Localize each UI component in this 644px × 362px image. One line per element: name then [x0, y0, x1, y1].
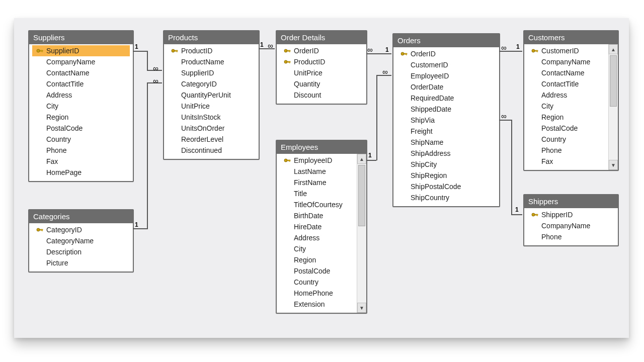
column-row[interactable]: ContactTitle [32, 78, 130, 89]
scroll-thumb[interactable] [358, 165, 365, 226]
column-row[interactable]: City [280, 243, 354, 254]
table-orders[interactable]: Orders OrderIDCustomerIDEmployeeIDOrderD… [392, 33, 500, 207]
column-row[interactable]: Quantity [280, 78, 363, 89]
column-row[interactable]: SupplierID [167, 67, 256, 78]
column-row[interactable]: ShipPostalCode [396, 181, 496, 192]
column-row[interactable]: CategoryID [32, 224, 130, 235]
scroll-up-icon[interactable]: ▲ [357, 154, 366, 164]
column-row[interactable]: Extension [280, 299, 354, 310]
column-row[interactable]: UnitsOnOrder [167, 123, 256, 134]
table-title[interactable]: Shippers [524, 195, 618, 208]
column-row[interactable]: BirthDate [280, 210, 354, 221]
column-row[interactable]: PostalCode [280, 265, 354, 277]
scrollbar[interactable]: ▲ ▼ [357, 154, 366, 313]
column-row[interactable]: RequiredDate [396, 93, 496, 104]
column-row[interactable]: City [527, 101, 605, 112]
column-row[interactable]: ShippedDate [396, 104, 496, 115]
column-row[interactable]: ShipCountry [396, 192, 496, 203]
table-order-details[interactable]: Order Details OrderIDProductIDUnitPriceQ… [276, 30, 367, 105]
column-row[interactable]: OrderDate [396, 81, 496, 93]
column-row[interactable]: ProductID [167, 45, 256, 56]
column-row[interactable]: ProductName [167, 56, 256, 67]
column-row[interactable]: CustomerID [527, 45, 605, 56]
column-row[interactable]: TitleOfCourtesy [280, 199, 354, 210]
table-suppliers[interactable]: Suppliers SupplierIDCompanyNameContactNa… [28, 30, 134, 182]
column-row[interactable]: ShipVia [396, 115, 496, 126]
column-row[interactable]: UnitsInStock [167, 112, 256, 123]
column-row[interactable]: CompanyName [527, 56, 605, 67]
column-row[interactable]: Country [527, 134, 605, 145]
column-row[interactable]: Address [527, 89, 605, 101]
column-row[interactable]: City [32, 101, 130, 112]
column-row[interactable]: FirstName [280, 177, 354, 188]
column-row[interactable]: Address [280, 232, 354, 243]
column-name: ProductID [294, 58, 325, 66]
column-row[interactable]: ShipCity [396, 159, 496, 170]
column-row[interactable]: Region [280, 254, 354, 265]
table-title[interactable]: Categories [29, 210, 133, 223]
column-row[interactable]: ShipName [396, 137, 496, 148]
column-row[interactable]: OrderID [396, 48, 496, 59]
table-products[interactable]: Products ProductIDProductNameSupplierIDC… [163, 30, 260, 160]
column-row[interactable]: Picture [32, 257, 130, 268]
column-row[interactable]: EmployeeID [396, 70, 496, 81]
column-row[interactable]: ShipRegion [396, 170, 496, 181]
column-name: ShipCity [411, 160, 437, 168]
diagram-surface[interactable]: Suppliers SupplierIDCompanyNameContactNa… [14, 18, 629, 338]
table-title[interactable]: Employees [277, 141, 366, 154]
column-row[interactable]: ContactName [527, 67, 605, 78]
column-row[interactable]: CustomerID [396, 59, 496, 70]
column-row[interactable]: HomePage [32, 167, 130, 178]
table-categories[interactable]: Categories CategoryIDCategoryNameDescrip… [28, 209, 134, 273]
column-row[interactable]: Discount [280, 89, 363, 101]
column-row[interactable]: Region [527, 112, 605, 123]
table-title[interactable]: Order Details [277, 31, 366, 44]
column-row[interactable]: Phone [527, 145, 605, 156]
column-row[interactable]: PostalCode [527, 123, 605, 134]
column-row[interactable]: Discontinued [167, 145, 256, 156]
table-title[interactable]: Orders [393, 34, 499, 47]
column-row[interactable]: Country [32, 134, 130, 145]
table-customers[interactable]: Customers CustomerIDCompanyNameContactNa… [523, 30, 619, 171]
table-title[interactable]: Products [164, 31, 259, 44]
table-shippers[interactable]: Shippers ShipperIDCompanyNamePhone [523, 194, 619, 246]
table-title[interactable]: Customers [524, 31, 618, 44]
column-row[interactable]: OrderID [280, 45, 363, 56]
column-row[interactable]: UnitPrice [280, 67, 363, 78]
column-row[interactable]: HomePhone [280, 288, 354, 299]
column-row[interactable]: Description [32, 246, 130, 257]
column-row[interactable]: ShipAddress [396, 148, 496, 159]
column-row[interactable]: ReorderLevel [167, 134, 256, 145]
scroll-down-icon[interactable]: ▼ [609, 160, 618, 170]
scroll-up-icon[interactable]: ▲ [609, 44, 618, 54]
column-row[interactable]: SupplierID [32, 45, 130, 56]
column-row[interactable]: ShipperID [527, 209, 615, 220]
column-row[interactable]: Phone [32, 145, 130, 156]
column-row[interactable]: ContactTitle [527, 78, 605, 89]
scroll-thumb[interactable] [610, 55, 617, 107]
column-row[interactable]: HireDate [280, 221, 354, 232]
column-row[interactable]: CompanyName [32, 56, 130, 67]
column-row[interactable]: Country [280, 277, 354, 288]
column-row[interactable]: Fax [527, 156, 605, 167]
column-row[interactable]: CompanyName [527, 220, 615, 231]
column-row[interactable]: Region [32, 112, 130, 123]
column-row[interactable]: PostalCode [32, 123, 130, 134]
table-title[interactable]: Suppliers [29, 31, 133, 44]
column-row[interactable]: Freight [396, 126, 496, 137]
column-row[interactable]: QuantityPerUnit [167, 89, 256, 101]
scroll-down-icon[interactable]: ▼ [357, 303, 366, 313]
column-row[interactable]: CategoryID [167, 78, 256, 89]
column-row[interactable]: UnitPrice [167, 101, 256, 112]
column-row[interactable]: Address [32, 89, 130, 101]
scrollbar[interactable]: ▲ ▼ [608, 44, 618, 170]
column-row[interactable]: Fax [32, 156, 130, 167]
column-row[interactable]: ProductID [280, 56, 363, 67]
column-row[interactable]: CategoryName [32, 235, 130, 246]
column-row[interactable]: Phone [527, 231, 615, 242]
column-row[interactable]: EmployeeID [280, 155, 354, 166]
column-row[interactable]: Title [280, 188, 354, 199]
column-row[interactable]: ContactName [32, 67, 130, 78]
table-employees[interactable]: Employees EmployeeIDLastNameFirstNameTit… [276, 140, 367, 314]
column-row[interactable]: LastName [280, 166, 354, 177]
